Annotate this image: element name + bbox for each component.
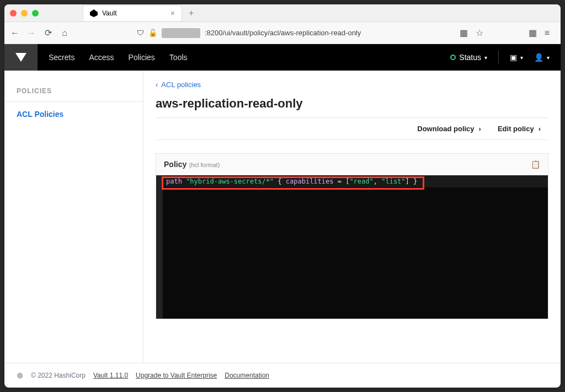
download-policy-button[interactable]: Download policy › xyxy=(417,125,481,133)
hashicorp-icon: ⬢ xyxy=(17,371,23,380)
code-editor[interactable]: path "hybrid-aws-secrets/*" { capabiliti… xyxy=(156,175,548,319)
url-bar[interactable]: 🛡 🔓 :8200/ui/vault/policy/acl/aws-replic… xyxy=(131,28,453,38)
window-minimize[interactable] xyxy=(21,10,28,17)
new-tab-button[interactable]: + xyxy=(189,8,194,18)
app-header: Secrets Access Policies Tools Status ▾ ▣… xyxy=(4,44,561,71)
tab-title: Vault xyxy=(102,9,116,17)
status-menu[interactable]: Status ▾ xyxy=(450,53,487,62)
sidebar-section-header: POLICIES xyxy=(4,83,143,102)
url-path: :8200/ui/vault/policy/acl/aws-replicatio… xyxy=(205,29,361,37)
chevron-right-icon: › xyxy=(539,125,541,133)
chevron-left-icon: ‹ xyxy=(156,80,158,89)
footer: ⬢ © 2022 HashiCorp Vault 1.11.0 Upgrade … xyxy=(4,363,561,388)
browser-titlebar: Vault × + xyxy=(4,4,561,22)
status-label: Status xyxy=(459,53,481,62)
bookmark-star-icon[interactable]: ☆ xyxy=(476,28,483,38)
vault-logo-icon xyxy=(15,53,26,62)
vault-logo[interactable] xyxy=(4,44,38,71)
footer-version-link[interactable]: Vault 1.11.0 xyxy=(93,372,128,379)
chevron-down-icon: ▾ xyxy=(547,55,550,61)
browser-tab[interactable]: Vault × xyxy=(83,5,182,21)
footer-copyright: © 2022 HashiCorp xyxy=(31,372,86,379)
close-icon[interactable]: × xyxy=(170,9,175,18)
policy-panel-title: Policy xyxy=(164,160,186,169)
action-label: Download policy xyxy=(417,125,474,133)
nav-tools[interactable]: Tools xyxy=(169,53,188,62)
page-title: aws-replication-read-only xyxy=(156,96,548,111)
forward-button[interactable]: → xyxy=(26,28,36,38)
browser-toolbar: ← → ⟳ ⌂ 🛡 🔓 :8200/ui/vault/policy/acl/aw… xyxy=(4,22,561,44)
sidebar: POLICIES ACL Policies xyxy=(4,71,143,363)
action-label: Edit policy xyxy=(498,125,534,133)
divider xyxy=(498,51,499,64)
back-button[interactable]: ← xyxy=(10,28,20,38)
edit-policy-button[interactable]: Edit policy › xyxy=(498,125,541,133)
sidebar-item-acl-policies[interactable]: ACL Policies xyxy=(4,102,143,126)
vault-favicon-icon xyxy=(90,9,98,17)
reload-button[interactable]: ⟳ xyxy=(43,28,53,38)
chevron-down-icon: ▾ xyxy=(484,55,487,61)
action-bar: Download policy › Edit policy › xyxy=(156,117,548,140)
nav-policies[interactable]: Policies xyxy=(129,53,155,62)
copy-icon[interactable]: 📋 xyxy=(531,160,540,169)
shield-icon: 🛡 xyxy=(137,29,144,37)
nav-access[interactable]: Access xyxy=(89,53,114,62)
window-close[interactable] xyxy=(10,10,17,17)
lock-insecure-icon: 🔓 xyxy=(148,29,157,37)
user-icon: 👤 xyxy=(534,53,543,62)
window-maximize[interactable] xyxy=(32,10,39,17)
grid-icon[interactable]: ▦ xyxy=(460,28,468,38)
chevron-down-icon: ▾ xyxy=(520,55,523,61)
terminal-icon: ▣ xyxy=(510,53,517,62)
home-button[interactable]: ⌂ xyxy=(60,28,70,38)
user-menu[interactable]: 👤 ▾ xyxy=(534,53,550,62)
nav-secrets[interactable]: Secrets xyxy=(49,53,74,62)
policy-panel: Policy (hcl format) 📋 path "hybrid-aws-s… xyxy=(156,153,548,319)
footer-docs-link[interactable]: Documentation xyxy=(225,372,269,379)
code-line: path "hybrid-aws-secrets/*" { capabiliti… xyxy=(163,175,548,187)
footer-upgrade-link[interactable]: Upgrade to Vault Enterprise xyxy=(136,372,217,379)
chevron-right-icon: › xyxy=(479,125,481,133)
code-gutter xyxy=(156,175,163,319)
console-menu[interactable]: ▣ ▾ xyxy=(510,53,523,62)
breadcrumb-back[interactable]: ‹ ACL policies xyxy=(156,80,548,89)
status-dot-icon xyxy=(450,55,456,60)
extensions-icon[interactable]: ▦ xyxy=(529,28,537,38)
breadcrumb-label: ACL policies xyxy=(161,80,201,89)
url-host-redacted xyxy=(162,28,200,38)
policy-panel-subtitle: (hcl format) xyxy=(189,162,220,168)
menu-icon[interactable]: ≡ xyxy=(545,28,550,38)
